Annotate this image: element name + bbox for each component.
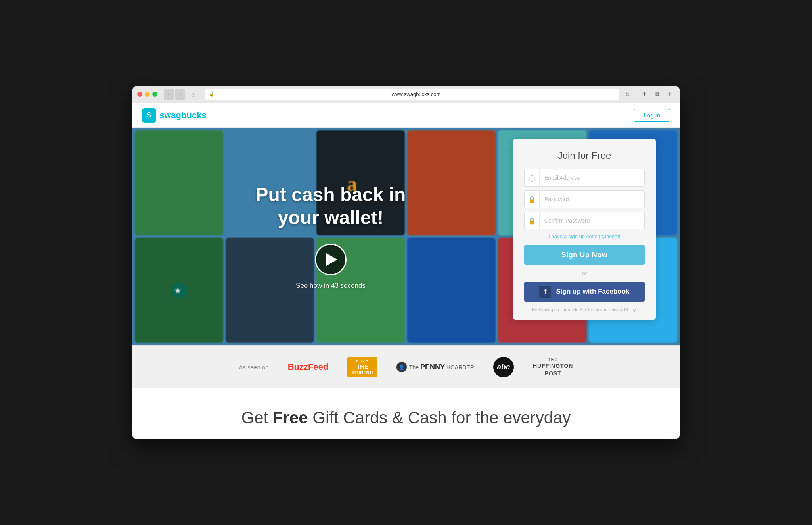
browser-titlebar: ‹ › ⊡ 🔒 www.swagbucks.com ↻ ⬆ ⧉ + xyxy=(132,86,680,103)
tab-overview-button[interactable]: ⧉ xyxy=(652,89,663,100)
hero-title: Put cash back in your wallet! xyxy=(256,183,406,229)
signup-now-button[interactable]: Sign Up Now xyxy=(524,245,645,265)
address-bar[interactable]: 🔒 www.swagbucks.com xyxy=(205,89,619,100)
page-content: S swagbucks Log In a★ Put cash back in y… xyxy=(132,103,680,439)
add-tab-button[interactable]: + xyxy=(665,89,675,99)
lock-icon: 🔒 xyxy=(209,92,214,97)
login-button[interactable]: Log In xyxy=(634,109,670,122)
maximize-button[interactable] xyxy=(152,92,157,97)
play-button[interactable] xyxy=(315,244,347,275)
as-seen-label: As seen on xyxy=(239,364,269,371)
confirm-password-input[interactable] xyxy=(540,217,644,224)
browser-actions: ⬆ ⧉ + xyxy=(639,89,675,100)
or-divider: or xyxy=(524,270,645,276)
close-button[interactable] xyxy=(137,92,142,97)
bottom-section: Get Free Gift Cards & Cash for the every… xyxy=(132,388,680,439)
hero-section: a★ Put cash back in your wallet! See how… xyxy=(132,128,680,345)
reload-button[interactable]: ↻ xyxy=(622,89,633,100)
signup-code-link: I have a sign up code (optional) xyxy=(524,233,645,239)
password-input[interactable] xyxy=(540,196,644,202)
penny-hoarder-logo: 👤 The PENNY HOARDER xyxy=(396,362,474,372)
signup-panel: Join for Free ◯ 🔒 🔒 I have a sign up cod… xyxy=(513,139,656,320)
facebook-label: Sign up with Facebook xyxy=(556,288,629,296)
minimize-button[interactable] xyxy=(145,92,150,97)
reader-mode-button[interactable]: ⊡ xyxy=(188,89,199,100)
buzzfeed-logo: BuzzFeed xyxy=(288,362,329,372)
user-icon: ◯ xyxy=(525,169,540,186)
logo-icon: S xyxy=(142,108,156,123)
play-icon xyxy=(326,253,337,266)
facebook-signup-button[interactable]: f Sign up with Facebook xyxy=(524,282,645,302)
terms-text: By Signing up I agree to the Terms and P… xyxy=(524,307,645,312)
logo-text: swagbucks xyxy=(159,110,207,121)
nav-buttons: ‹ › xyxy=(164,89,185,100)
signup-code-anchor[interactable]: I have a sign up code (optional) xyxy=(548,233,620,239)
see-how-text: See how in 43 seconds xyxy=(296,282,366,290)
terms-link[interactable]: Terms xyxy=(587,307,599,312)
abc-logo: abc xyxy=(493,357,514,377)
video-play-section: See how in 43 seconds xyxy=(296,244,366,290)
browser-window: ‹ › ⊡ 🔒 www.swagbucks.com ↻ ⬆ ⧉ + S swag… xyxy=(132,86,680,439)
facebook-icon: f xyxy=(539,286,551,298)
email-field-wrap: ◯ xyxy=(524,169,645,187)
lock-confirm-icon: 🔒 xyxy=(525,212,540,229)
password-field-wrap: 🔒 xyxy=(524,190,645,208)
or-label: or xyxy=(582,270,587,276)
confirm-password-field-wrap: 🔒 xyxy=(524,212,645,229)
forward-button[interactable]: › xyxy=(175,89,185,100)
save-student-logo: SAVE THE STUDENT! xyxy=(347,357,377,377)
panel-title: Join for Free xyxy=(524,150,645,161)
or-line-right xyxy=(591,273,645,273)
hero-content: Put cash back in your wallet! See how in… xyxy=(132,128,513,345)
or-line-left xyxy=(524,273,578,273)
lock-icon: 🔒 xyxy=(525,191,540,208)
as-seen-on-section: As seen on BuzzFeed SAVE THE STUDENT! 👤 … xyxy=(132,345,680,388)
email-input[interactable] xyxy=(540,175,644,181)
logo: S swagbucks xyxy=(142,108,207,123)
url-text: www.swagbucks.com xyxy=(217,91,615,97)
site-header: S swagbucks Log In xyxy=(132,103,680,128)
penny-icon: 👤 xyxy=(396,362,407,372)
traffic-lights xyxy=(137,92,157,97)
back-button[interactable]: ‹ xyxy=(164,89,174,100)
privacy-link[interactable]: Privacy Policy xyxy=(609,307,636,312)
huffpost-logo: THE HUFFINGTON POST xyxy=(533,357,573,377)
share-button[interactable]: ⬆ xyxy=(639,89,650,100)
bottom-title: Get Free Gift Cards & Cash for the every… xyxy=(148,408,664,427)
